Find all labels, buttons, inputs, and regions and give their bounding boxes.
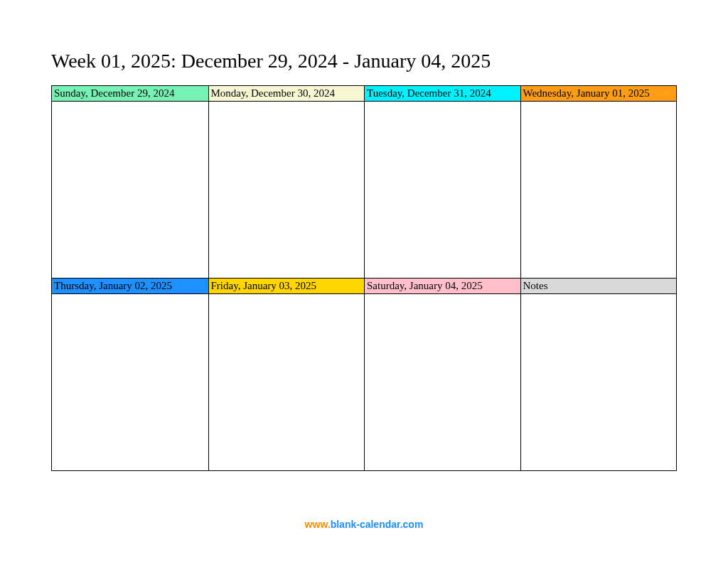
day-header-wednesday: Wednesday, January 01, 2025 xyxy=(520,86,677,102)
day-cell-saturday[interactable] xyxy=(364,294,520,470)
day-cell-thursday[interactable] xyxy=(52,294,208,470)
day-header-saturday: Saturday, January 04, 2025 xyxy=(364,278,520,294)
day-header-friday: Friday, January 03, 2025 xyxy=(208,278,365,294)
day-cell-tuesday[interactable] xyxy=(364,102,520,278)
day-cell-wednesday[interactable] xyxy=(520,102,677,278)
page-title: Week 01, 2025: December 29, 2024 - Janua… xyxy=(51,50,677,72)
day-header-sunday: Sunday, December 29, 2024 xyxy=(52,86,208,102)
footer-link[interactable]: www.blank-calendar.com xyxy=(0,519,728,530)
day-cell-friday[interactable] xyxy=(208,294,365,470)
week-grid: Sunday, December 29, 2024 Monday, Decemb… xyxy=(51,85,677,471)
notes-header: Notes xyxy=(520,278,677,294)
notes-cell[interactable] xyxy=(520,294,677,470)
day-cell-monday[interactable] xyxy=(208,102,365,278)
day-header-monday: Monday, December 30, 2024 xyxy=(208,86,365,102)
day-header-tuesday: Tuesday, December 31, 2024 xyxy=(364,86,520,102)
day-header-thursday: Thursday, January 02, 2025 xyxy=(52,278,208,294)
footer-suffix: blank-calendar.com xyxy=(331,519,424,530)
day-cell-sunday[interactable] xyxy=(52,102,208,278)
footer-prefix: www. xyxy=(305,519,331,530)
